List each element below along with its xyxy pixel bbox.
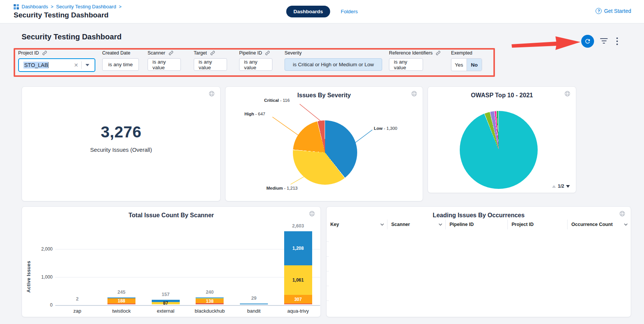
bar-stack: 138 [196, 298, 224, 304]
table-title: Leading Issues By Occurrences [327, 212, 631, 219]
security-issues-label: Security Issues (Overall) [22, 146, 220, 153]
scanner-value-button[interactable]: is any value [148, 58, 181, 71]
project-id-input[interactable]: STO_LAB ✕ [18, 58, 95, 72]
created-date-value-button[interactable]: is any time [102, 58, 139, 71]
y-tick-1000: 1,000 [30, 274, 53, 280]
bar-chart-plot[interactable]: 224518815787240138292,6031,2081,061307 [55, 212, 320, 304]
globe-icon[interactable] [208, 90, 215, 98]
page-up-icon[interactable] [552, 185, 556, 188]
bar-stack: 87 [152, 300, 180, 304]
bar-external[interactable]: 15787 [143, 292, 188, 304]
filter-exempted: Exempted Yes No [451, 50, 482, 71]
pipeline-id-value-button[interactable]: is any value [239, 58, 272, 71]
card-total-issue-count-by-scanner: Total Issue Count By Scanner Active Issu… [22, 206, 321, 317]
bar-total-label: 2 [76, 296, 79, 302]
more-options-icon[interactable] [616, 37, 618, 45]
severity-value-button[interactable]: is Critical or High or Medium or Low [285, 58, 382, 71]
bar-bandit[interactable]: 29 [232, 296, 276, 304]
filter-pipeline-id: Pipeline ID is any value [239, 50, 272, 71]
bar-segment-yellow[interactable]: 1,061 [284, 265, 312, 295]
y-tick-2000: 2,000 [30, 246, 53, 252]
input-divider [81, 61, 82, 69]
x-category-label: blackduckhub [188, 308, 232, 314]
exempted-no-option[interactable]: No [467, 59, 482, 71]
bar-stack: 1,2081,061307 [284, 231, 312, 304]
bar-segment-red[interactable] [107, 304, 135, 304]
empty-row-divider [327, 271, 329, 271]
table-header-row: Key Scanner Pipeline ID Project ID Occur… [327, 220, 631, 229]
sort-chevron-icon[interactable] [380, 223, 384, 226]
chevron-down-icon[interactable] [86, 64, 89, 66]
page-indicator: 1/2 [558, 184, 564, 189]
target-value-button[interactable]: is any value [194, 58, 227, 71]
severity-pie-chart[interactable] [293, 120, 357, 185]
bar-total-label: 157 [162, 292, 170, 297]
x-category-label: aqua-trivy [276, 308, 320, 314]
pie-label-high: High - 647 [244, 112, 265, 116]
bar-total-label: 29 [251, 296, 257, 301]
sort-chevron-icon[interactable] [439, 223, 442, 226]
column-header-project-id[interactable]: Project ID [507, 220, 567, 229]
pipeline-id-label: Pipeline ID [239, 50, 262, 56]
empty-row-divider [327, 256, 329, 257]
owasp-pie-chart[interactable] [460, 111, 538, 189]
x-category-label: bandit [232, 308, 276, 314]
bar-zap[interactable]: 2 [55, 296, 100, 304]
bar-blackduckhub[interactable]: 240138 [188, 290, 232, 304]
link-icon [42, 50, 47, 56]
bar-segment-orange[interactable]: 307 [284, 295, 312, 304]
tab-folders[interactable]: Folders [341, 9, 358, 14]
severity-label: Severity [285, 50, 302, 56]
severity-pie-title: Issues By Severity [226, 92, 423, 99]
target-label: Target [194, 50, 207, 56]
help-icon: ? [596, 8, 602, 14]
column-header-scanner[interactable]: Scanner [387, 220, 445, 229]
column-header-occurrence-count[interactable]: Occurrence Count [567, 220, 631, 229]
exempted-yes-option[interactable]: Yes [451, 59, 467, 71]
page-title: Security Testing Dashboard [14, 11, 109, 19]
bar-segment-red[interactable] [284, 304, 312, 304]
link-icon [210, 50, 215, 56]
get-started-label: Get Started [604, 8, 631, 14]
x-axis-categories: zaptwistlockexternalblackduckhubbanditaq… [55, 308, 320, 314]
filter-scanner: Scanner is any value [148, 50, 181, 71]
clear-icon[interactable]: ✕ [71, 62, 81, 68]
filter-target: Target is any value [194, 50, 227, 71]
page-down-icon[interactable] [566, 185, 570, 188]
bar-aqua-trivy[interactable]: 2,6031,2081,061307 [276, 223, 320, 304]
security-issues-count: 3,276 [22, 123, 220, 141]
sort-chevron-icon[interactable] [624, 223, 628, 226]
card-security-issues-overall: 3,276 Security Issues (Overall) [22, 86, 221, 201]
breadcrumb-dashboards[interactable]: Dashboards [22, 4, 48, 9]
tab-dashboards[interactable]: Dashboards [286, 6, 330, 17]
link-icon [168, 50, 174, 56]
breadcrumb-current[interactable]: Security Testing Dashboard [56, 4, 116, 9]
project-id-value: STO_LAB [23, 62, 48, 69]
bar-segment-blue[interactable]: 1,208 [284, 231, 312, 265]
filters-icon[interactable] [600, 38, 608, 45]
bar-total-label: 2,603 [292, 223, 304, 229]
owasp-pie-title: OWASP Top 10 - 2021 [428, 92, 576, 99]
empty-row-divider [327, 286, 329, 286]
bar-segment-orange[interactable]: 138 [196, 299, 224, 303]
x-axis-line [55, 305, 320, 306]
bar-segment-blue[interactable] [240, 304, 268, 304]
bar-segment-red[interactable] [196, 303, 224, 304]
empty-row-divider [327, 301, 329, 301]
filter-project-id: Project ID STO_LAB ✕ [18, 50, 95, 72]
column-header-pipeline-id[interactable]: Pipeline ID [445, 220, 507, 229]
get-started-link[interactable]: ? Get Started [596, 8, 631, 14]
column-header-key[interactable]: Key [327, 220, 387, 229]
link-icon [265, 50, 270, 56]
breadcrumb-separator: > [51, 4, 53, 9]
filter-reference-identifiers: Reference Identifiers is any value [389, 50, 441, 71]
bar-twistlock[interactable]: 245188 [100, 290, 144, 304]
link-icon [436, 50, 441, 56]
refresh-button[interactable] [581, 35, 594, 48]
bar-segment-yellow[interactable]: 87 [152, 302, 180, 304]
exempted-toggle: Yes No [451, 58, 482, 71]
card-leading-issues-by-occurrences: Leading Issues By Occurrences Key Scanne… [326, 206, 631, 317]
bar-segment-orange[interactable]: 188 [107, 298, 135, 304]
annotation-arrow [511, 34, 583, 53]
reference-identifiers-value-button[interactable]: is any value [389, 58, 423, 71]
